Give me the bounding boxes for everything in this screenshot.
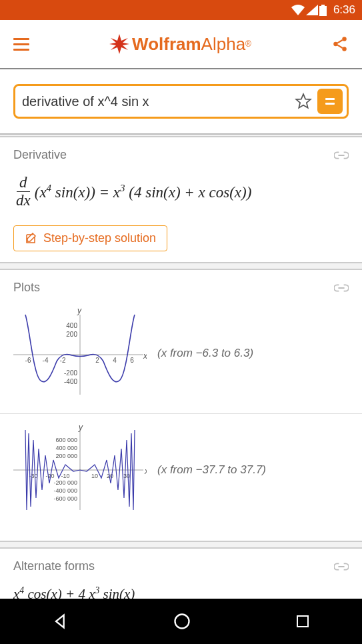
plot-caption-1: (x from −6.3 to 6.3) (157, 347, 253, 360)
wifi-icon (291, 5, 305, 15)
link-icon[interactable] (334, 562, 349, 571)
card-title: Derivative (13, 148, 67, 162)
derivative-card: Derivative ddx (x4 sin(x)) = x3 (4 sin(x… (0, 136, 362, 263)
status-time: 6:36 (333, 3, 355, 17)
svg-text:x: x (143, 351, 147, 361)
search-section (0, 69, 362, 135)
svg-text:-400: -400 (64, 378, 77, 385)
svg-text:y: y (77, 307, 82, 315)
recents-button[interactable] (295, 613, 311, 629)
link-icon[interactable] (334, 151, 349, 160)
back-button[interactable] (51, 612, 70, 631)
plot-row-1: y x -6-4-2 246 400200 -200-400 (13, 307, 349, 400)
alternate-forms-card: Alternate forms x4 cos(x) + 4 x3 sin(x) (0, 547, 362, 605)
spikey-icon (109, 34, 129, 54)
svg-point-5 (342, 47, 347, 51)
svg-text:600 000: 600 000 (55, 437, 77, 443)
app-header: WolframAlpha® (0, 20, 362, 69)
plot-2: y x -30-20-10 102030 600 000400 000200 0… (13, 423, 147, 517)
svg-text:6: 6 (130, 357, 134, 364)
derivative-output: ddx (x4 sin(x)) = x3 (4 sin(x) + x cos(x… (13, 174, 349, 209)
svg-text:-30: -30 (29, 473, 37, 479)
plot-1: y x -6-4-2 246 400200 -200-400 (13, 307, 147, 400)
status-icons (291, 5, 327, 16)
card-title: Plots (13, 281, 40, 295)
search-box (13, 84, 349, 119)
svg-text:200: 200 (66, 331, 77, 338)
card-title: Alternate forms (13, 559, 95, 573)
svg-text:-600 000: -600 000 (53, 495, 77, 502)
plot-caption-2: (x from −37.7 to 37.7) (157, 463, 266, 477)
results: Derivative ddx (x4 sin(x)) = x3 (4 sin(x… (0, 136, 362, 605)
svg-text:-200: -200 (64, 369, 77, 377)
wolfram-logo[interactable]: WolframAlpha® (109, 34, 251, 55)
link-icon[interactable] (334, 283, 349, 293)
signal-icon (306, 5, 318, 15)
svg-point-4 (333, 42, 338, 47)
home-button[interactable] (173, 612, 191, 631)
equals-icon (323, 95, 337, 108)
svg-point-39 (175, 615, 189, 629)
svg-text:400: 400 (66, 322, 77, 329)
menu-button[interactable] (13, 38, 29, 51)
logo-text-right: Alpha (201, 34, 246, 55)
svg-text:-10: -10 (61, 473, 69, 479)
favorite-button[interactable] (295, 93, 312, 110)
svg-text:200 000: 200 000 (55, 453, 77, 459)
svg-text:y: y (78, 423, 83, 432)
svg-text:400 000: 400 000 (55, 445, 77, 451)
plots-card: Plots y x -6-4-2 246 (0, 269, 362, 542)
svg-marker-2 (109, 34, 129, 54)
pencil-square-icon (25, 233, 37, 245)
svg-text:-200 000: -200 000 (53, 479, 77, 486)
svg-text:4: 4 (113, 357, 117, 364)
svg-rect-0 (319, 6, 327, 16)
svg-rect-1 (321, 5, 325, 6)
compute-button[interactable] (317, 89, 343, 114)
plot-row-2: y x -30-20-10 102030 600 000400 000200 0… (13, 423, 349, 517)
svg-marker-6 (296, 94, 311, 108)
logo-text-left: Wolfram (132, 34, 201, 55)
share-button[interactable] (331, 35, 349, 53)
svg-rect-7 (325, 98, 335, 100)
svg-text:30: 30 (123, 473, 130, 479)
battery-icon (319, 5, 327, 16)
svg-text:-4: -4 (43, 357, 49, 364)
android-nav-bar (0, 599, 362, 644)
svg-text:10: 10 (91, 473, 98, 479)
search-input[interactable] (22, 94, 289, 109)
android-status-bar: 6:36 (0, 0, 362, 20)
svg-text:2: 2 (95, 357, 99, 364)
step-by-step-button[interactable]: Step-by-step solution (13, 225, 167, 251)
step-button-label: Step-by-step solution (43, 231, 156, 245)
svg-text:-2: -2 (60, 357, 66, 364)
svg-rect-8 (325, 103, 335, 105)
svg-text:-6: -6 (25, 357, 31, 364)
svg-text:x: x (144, 467, 147, 476)
svg-rect-40 (297, 616, 308, 627)
svg-point-3 (342, 37, 347, 41)
svg-text:-400 000: -400 000 (53, 487, 77, 494)
